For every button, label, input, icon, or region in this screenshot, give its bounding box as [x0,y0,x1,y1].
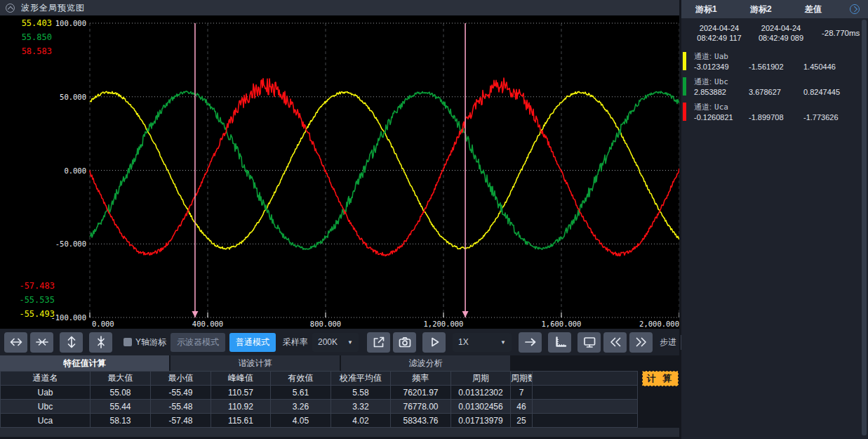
svg-text:55.850: 55.850 [22,32,52,42]
channel-row-uca: 通道:Uca -0.1260821 -1.899708 -1.773626 [681,100,868,124]
chevron-down-icon: ▼ [347,339,353,346]
filler-cell [533,386,638,400]
table-cell: 4.05 [271,414,331,428]
column-header: 最小值 [151,372,211,386]
channel-label: 通道: [694,103,712,111]
compress-vertical-button[interactable] [89,332,112,353]
svg-text:0.000: 0.000 [64,166,86,175]
svg-text:2,000.000: 2,000.000 [639,320,679,328]
channel-readouts: 通道:Uab -3.012349 -1.561902 1.450446 通道:U… [681,50,868,124]
filler-cell [533,414,638,428]
cursor2-header: 游标2 [750,4,805,15]
waveform-analyzer-window: 波形全局预览图 100.00050.0000.000-50.000-100.00… [0,0,868,439]
table-row[interactable]: Ubc55.44-55.48110.923.263.3276778.000.01… [1,400,638,414]
channel-diff-value: 0.8247445 [803,88,868,96]
channel-diff-value: 1.450446 [803,63,868,71]
compress-vertical-icon [94,335,108,349]
sample-rate-dropdown[interactable]: 200K ▼ [312,333,359,352]
table-cell: Uab [1,386,91,400]
column-header: 频率 [391,372,451,386]
analysis-tabs: 特征值计算 谐波计算 滤波分析 [0,355,679,371]
cursor-panel-header: 游标1 游标2 差值 [681,0,868,18]
channel-color-bar [683,103,686,121]
table-row[interactable]: Uab55.08-55.49110.575.615.5876201.970.01… [1,386,638,400]
compress-horizontal-icon [35,335,49,349]
cursor1-time: 2024-04-24 08:42:49 117 [688,23,750,43]
arrow-right-icon [523,335,538,349]
feature-value-table: 通道名最大值最小值峰峰值有效值校准平均值频率周期周期数 Uab55.08-55.… [0,371,638,428]
table-cell: 110.57 [211,386,271,400]
bottom-strip [0,428,679,437]
svg-text:0.000: 0.000 [92,320,114,328]
svg-text:-100.000: -100.000 [51,313,86,322]
svg-text:55.403: 55.403 [22,18,52,28]
filler-header [533,372,638,386]
svg-text:-55.493: -55.493 [19,309,55,319]
table-header-row: 通道名最大值最小值峰峰值有效值校准平均值频率周期周期数 [1,372,638,386]
table-row[interactable]: Uca58.13-57.48115.614.054.0258343.760.01… [1,414,638,428]
feature-table-wrap: 通道名最大值最小值峰峰值有效值校准平均值频率周期周期数 Uab55.08-55.… [0,371,679,428]
table-cell: 55.44 [91,400,151,414]
channel-cursor2-value: -1.899708 [749,113,803,122]
camera-icon [398,335,412,349]
page-left-button[interactable] [603,332,627,353]
export-button[interactable] [367,332,390,353]
cursor1-header: 游标1 [695,4,750,15]
column-header: 峰峰值 [211,372,271,386]
table-cell: 0.01312302 [451,386,511,400]
column-header: 周期数 [511,372,533,386]
sample-rate-label: 采样率 [283,336,308,348]
panel-scrollbar[interactable] [862,20,867,435]
chart-toolbar: Y轴游标 示波器模式 普通模式 采样率 200K ▼ 1X ▼ [0,329,679,355]
zoom-factor-value: 1X [458,337,469,347]
expand-panel-icon[interactable] [850,4,860,14]
svg-text:1,600.000: 1,600.000 [542,320,582,328]
step-label: 步进 [660,336,676,348]
table-cell: 55.08 [91,386,151,400]
normal-mode-button[interactable]: 普通模式 [229,333,276,352]
tab-feature-calc[interactable]: 特征值计算 [0,355,169,371]
table-cell: 0.01713979 [451,414,511,428]
page-right-button[interactable] [629,332,653,353]
table-cell: -55.49 [151,386,211,400]
column-header: 有效值 [271,372,331,386]
ruler-icon [553,335,567,349]
zoom-factor-dropdown[interactable]: 1X ▼ [453,333,512,352]
tab-filter-analysis[interactable]: 滤波分析 [341,355,510,371]
channel-diff-value: -1.773626 [803,113,868,122]
waveform-chart[interactable]: 100.00050.0000.000-50.000-100.0000.00040… [0,15,679,329]
cursor-panel: 游标1 游标2 差值 2024-04-24 08:42:49 117 2024-… [681,0,868,439]
fullscreen-button[interactable] [577,332,601,353]
table-cell: 46 [511,400,533,414]
collapse-panel-icon[interactable] [6,4,15,13]
screenshot-button[interactable] [393,332,416,353]
ruler-button[interactable] [548,332,571,353]
calculate-button[interactable]: 计 算 [642,371,679,386]
compress-horizontal-button[interactable] [30,332,53,353]
chart-title: 波形全局预览图 [21,2,85,14]
cursor2-time: 2024-04-24 08:42:49 089 [750,23,812,43]
step-forward-button[interactable] [519,332,542,353]
oscilloscope-mode-button[interactable]: 示波器模式 [171,333,225,352]
chart-header-bar: 波形全局预览图 [0,0,679,15]
table-cell: 5.58 [331,386,391,400]
svg-text:800.000: 800.000 [310,320,341,328]
play-button[interactable] [422,332,446,353]
expand-vertical-icon [65,335,79,349]
channel-row-ubc: 通道:Ubc 2.853882 3.678627 0.8247445 [681,75,868,98]
chart-region: 波形全局预览图 100.00050.0000.000-50.000-100.00… [0,0,679,439]
chevrons-right-icon [634,335,648,349]
channel-color-bar [683,77,686,96]
table-cell: Ubc [1,400,91,414]
table-cell: 5.61 [271,386,331,400]
channel-cursor2-value: 3.678627 [749,88,803,96]
table-cell: Uca [1,414,91,428]
diff-header: 差值 [805,4,847,15]
y-axis-cursor-checkbox[interactable] [123,338,132,346]
tab-harmonic-calc[interactable]: 谐波计算 [171,355,340,371]
svg-text:100.000: 100.000 [55,19,86,27]
waveform-plot[interactable]: 100.00050.0000.000-50.000-100.0000.00040… [0,15,679,329]
table-cell: 25 [511,414,533,428]
expand-vertical-button[interactable] [60,332,83,353]
expand-horizontal-button[interactable] [4,332,27,353]
